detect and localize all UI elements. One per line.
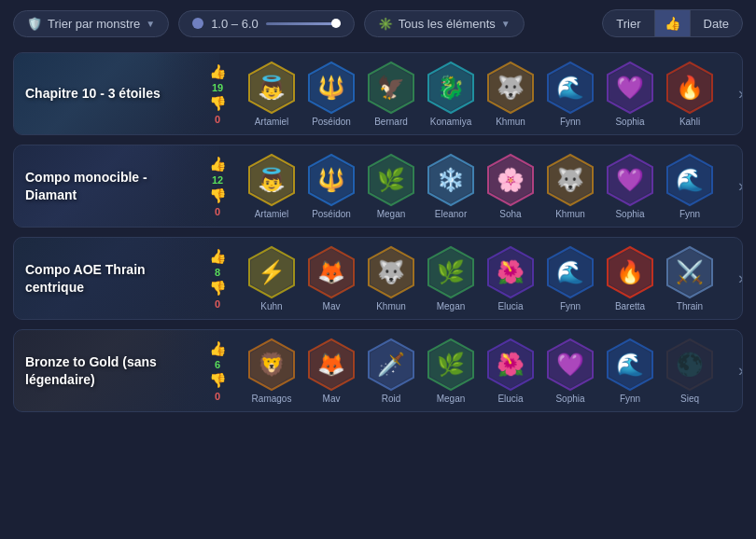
card-2: Compo monocible - Diamant👍12👎0👼Artamiel🔱… (13, 145, 743, 228)
hero-name: Khmun (376, 301, 406, 311)
hero-item[interactable]: 🐺Khmun (542, 153, 598, 219)
hero-item[interactable]: ⚡Kuhn (244, 245, 300, 311)
card-title: Bronze to Gold (sans légendaire) (25, 353, 189, 387)
toolbar: 🛡️ Trier par monstre ▼ 1.0 – 6.0 ✳️ Tous… (0, 0, 756, 47)
elements-filter-btn[interactable]: ✳️ Tous les éléments ▼ (364, 10, 525, 37)
hero-name: Elucia (497, 301, 523, 311)
sort-label[interactable]: Trier (603, 11, 653, 36)
card-left-section: Chapitre 10 - 3 étoiles (14, 76, 201, 111)
range-dot-icon (192, 18, 203, 29)
hero-item[interactable]: 💜Sophia (542, 338, 598, 404)
vote-up-icon[interactable]: 👍 (209, 340, 227, 357)
vote-up-icon[interactable]: 👍 (209, 156, 227, 173)
elements-icon: ✳️ (378, 17, 393, 31)
hero-name: Fynn (560, 117, 581, 127)
vote-down-icon[interactable]: 👎 (209, 280, 227, 297)
hero-name: Megan (437, 394, 466, 404)
hero-item[interactable]: 👼Artamiel (244, 153, 300, 219)
hero-item[interactable]: 🌑Sieq (662, 338, 718, 404)
hero-name: Baretta (615, 301, 645, 311)
vote-up-icon[interactable]: 👍 (209, 63, 227, 80)
hero-item[interactable]: 👼Artamiel (244, 61, 300, 127)
hero-item[interactable]: 🦊Mav (303, 338, 359, 404)
hero-hex: 🌊 (546, 61, 595, 115)
hero-hex: 🦅 (367, 61, 415, 115)
card-1: Chapitre 10 - 3 étoiles👍19👎0👼Artamiel🔱Po… (13, 52, 743, 135)
hero-item[interactable]: 🦁Ramagos (244, 338, 300, 404)
range-value: 1.0 – 6.0 (211, 17, 259, 31)
hero-item[interactable]: 🌊Fynn (542, 245, 598, 311)
hero-emoji: 🗡️ (377, 353, 405, 376)
vote-down-icon[interactable]: 👎 (209, 187, 227, 204)
hero-item[interactable]: 🐺Khmun (363, 245, 419, 311)
vote-up-count: 6 (215, 359, 220, 370)
hero-item[interactable]: 🌊Fynn (602, 338, 658, 404)
card-3: Compo AOE Thrain centrique👍8👎0⚡Kuhn🦊Mav🐺… (13, 237, 743, 320)
card-expand-chevron[interactable]: › (727, 269, 743, 288)
hero-item[interactable]: 🌸Soha (483, 153, 539, 219)
hero-item[interactable]: 💜Sophia (602, 153, 658, 219)
hero-item[interactable]: 🐺Khmun (483, 61, 539, 127)
hero-hex: 🔱 (307, 61, 356, 115)
hero-item[interactable]: 🦊Mav (303, 245, 359, 311)
hero-emoji: 🦁 (258, 353, 286, 376)
hero-item[interactable]: 💜Sophia (602, 61, 658, 127)
hero-item[interactable]: 🌿Megan (363, 153, 419, 219)
card-votes: 👍12👎0 (201, 150, 234, 223)
hero-emoji: 💜 (616, 169, 644, 191)
card-expand-chevron[interactable]: › (727, 84, 743, 104)
hero-emoji: 🌊 (556, 76, 584, 99)
elements-filter-chevron: ▼ (501, 19, 511, 29)
elements-filter-label: Tous les éléments (399, 17, 496, 31)
hero-emoji: 🌿 (377, 169, 405, 191)
hero-hex: 🌊 (606, 338, 654, 392)
hero-item[interactable]: 🌺Elucia (483, 338, 539, 404)
hero-item[interactable]: 🌿Megan (423, 245, 479, 311)
hero-emoji: ⚡ (258, 261, 286, 283)
hero-item[interactable]: 🔥Kahli (662, 61, 718, 127)
sort-group: Trier 👍 Date (602, 9, 743, 37)
card-heroes: 👼Artamiel🔱Poséidon🌿Megan❄️Eleanor🌸Soha🐺K… (234, 145, 727, 227)
vote-down-icon[interactable]: 👎 (209, 95, 227, 112)
hero-emoji: 🔥 (616, 261, 644, 283)
hero-item[interactable]: 🗡️Roid (363, 338, 419, 404)
hero-item[interactable]: 🔱Poséidon (303, 61, 359, 127)
hero-emoji: 🌺 (497, 353, 525, 376)
card-title: Compo AOE Thrain centrique (25, 261, 189, 295)
hero-name: Roid (382, 394, 401, 404)
monster-filter-btn[interactable]: 🛡️ Trier par monstre ▼ (13, 10, 169, 37)
cards-container: Chapitre 10 - 3 étoiles👍19👎0👼Artamiel🔱Po… (0, 47, 756, 425)
hero-item[interactable]: 🌿Megan (423, 338, 479, 404)
hero-item[interactable]: 🔥Baretta (602, 245, 658, 311)
hero-emoji: ❄️ (437, 169, 465, 191)
hero-name: Megan (377, 209, 406, 219)
hero-item[interactable]: 🔱Poséidon (303, 153, 359, 219)
hero-hex: ⚔️ (665, 245, 714, 299)
card-heroes: ⚡Kuhn🦊Mav🐺Khmun🌿Megan🌺Elucia🌊Fynn🔥Barett… (234, 238, 727, 319)
vote-up-icon[interactable]: 👍 (209, 248, 227, 265)
hero-hex: 🌺 (486, 245, 535, 299)
card-expand-chevron[interactable]: › (727, 361, 743, 380)
hero-item[interactable]: 🐉Konamiya (423, 61, 479, 127)
hero-name: Sophia (615, 117, 644, 127)
hero-item[interactable]: 🦅Bernard (363, 61, 419, 127)
vote-down-count: 0 (215, 114, 220, 125)
hero-hex: 🔱 (307, 153, 356, 207)
thumb-sort-btn[interactable]: 👍 (654, 10, 691, 36)
vote-up-count: 8 (215, 267, 220, 278)
hero-emoji: 🐺 (377, 261, 405, 283)
hero-item[interactable]: 🌺Elucia (483, 245, 539, 311)
hero-emoji: 🌿 (437, 353, 465, 376)
vote-down-icon[interactable]: 👎 (209, 372, 227, 389)
hero-item[interactable]: ⚔️Thrain (662, 245, 718, 311)
range-filter-btn[interactable]: 1.0 – 6.0 (178, 10, 355, 37)
hero-hex: 🐺 (546, 153, 595, 207)
card-expand-chevron[interactable]: › (727, 176, 743, 196)
hero-item[interactable]: 🌊Fynn (542, 61, 598, 127)
date-sort-btn[interactable]: Date (691, 11, 742, 36)
hero-name: Ramagos (252, 394, 292, 404)
hero-item[interactable]: ❄️Eleanor (423, 153, 479, 219)
hero-hex: 👼 (247, 153, 296, 207)
hero-name: Khmun (555, 209, 585, 219)
hero-item[interactable]: 🌊Fynn (662, 153, 718, 219)
